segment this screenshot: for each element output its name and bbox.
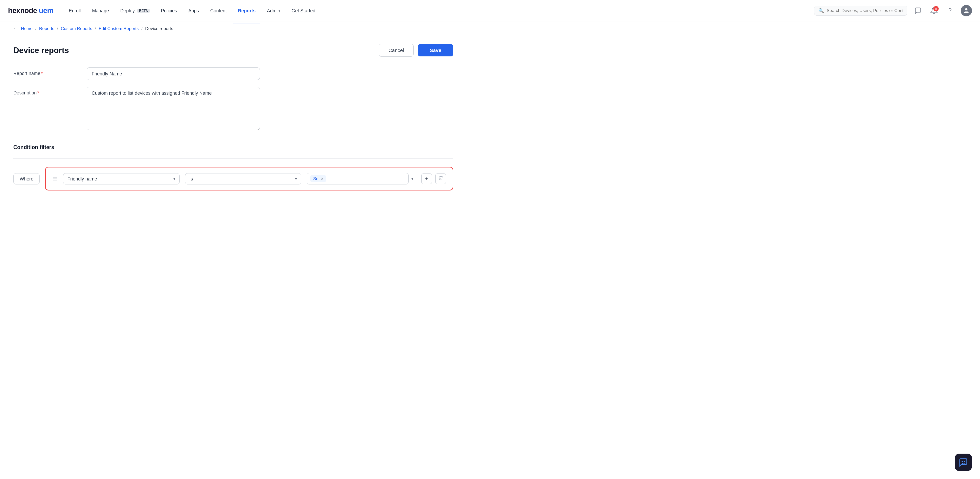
svg-point-5 [54,179,55,180]
description-field: Custom report to list devices with assig… [87,87,260,131]
svg-point-2 [56,177,57,178]
filter-tags[interactable]: Set × [307,173,409,184]
field-dropdown-text: Friendly name [67,176,97,182]
set-tag: Set × [310,175,326,182]
field-dropdown[interactable]: Friendly name ▾ [63,173,180,184]
divider [13,158,453,159]
page-container: Device reports Cancel Save Report name* … [0,36,467,212]
svg-point-0 [965,8,968,10]
form-section: Report name* Description* Custom report … [13,67,453,131]
breadcrumb: ← Home / Reports / Custom Reports / Edit… [0,21,980,36]
condition-filters-title: Condition filters [13,144,453,150]
nav-content[interactable]: Content [206,5,231,16]
breadcrumb-current: Device reports [145,26,173,31]
delete-filter-button[interactable] [435,174,446,184]
help-icon[interactable]: ? [945,5,955,16]
breadcrumb-reports[interactable]: Reports [39,26,54,31]
trash-icon [438,176,443,182]
search-box[interactable]: 🔍 [814,6,907,16]
add-filter-button[interactable]: + [422,174,432,184]
filter-box: Friendly name ▾ Is ▾ Set × ▾ [45,167,453,190]
condition-filters-section: Condition filters Where Friendly name ▾ [13,144,453,190]
notification-badge: 8 [933,6,939,11]
logo[interactable]: hexnode uem [8,6,53,15]
filter-row: Where Friendly name ▾ Is [13,167,453,190]
set-tag-remove[interactable]: × [321,177,323,181]
breadcrumb-home[interactable]: Home [21,26,33,31]
operator-chevron-icon: ▾ [295,176,297,181]
drag-handle-icon[interactable] [52,176,58,182]
field-chevron-icon: ▾ [173,176,175,181]
report-name-row: Report name* [13,67,453,80]
nav-get-started[interactable]: Get Started [287,5,320,16]
nav-manage[interactable]: Manage [88,5,114,16]
page-header: Device reports Cancel Save [13,44,453,57]
report-name-label: Report name* [13,67,87,76]
navbar: hexnode uem Enroll Manage Deploy BETA Po… [0,0,980,21]
svg-point-4 [56,178,57,179]
where-badge: Where [13,173,40,184]
description-label: Description* [13,87,87,96]
report-name-input[interactable] [87,67,260,80]
description-textarea[interactable]: Custom report to list devices with assig… [87,87,260,130]
nav-policies[interactable]: Policies [156,5,182,16]
deploy-beta-badge: BETA [137,9,150,13]
avatar[interactable] [961,5,972,16]
save-button[interactable]: Save [418,44,453,56]
nav-right: 🔍 8 ? [814,5,972,16]
nav-reports[interactable]: Reports [233,5,260,16]
svg-point-1 [54,177,55,178]
value-area: Set × ▾ [307,173,415,184]
breadcrumb-edit-custom-reports[interactable]: Edit Custom Reports [99,26,138,31]
operator-dropdown-text: Is [189,176,193,182]
value-chevron-icon[interactable]: ▾ [410,174,415,184]
header-actions: Cancel Save [379,44,453,57]
back-button[interactable]: ← [13,26,18,31]
breadcrumb-custom-reports[interactable]: Custom Reports [60,26,92,31]
logo-text: hexnode uem [8,6,53,15]
report-name-field [87,67,260,80]
nav-enroll[interactable]: Enroll [64,5,85,16]
search-input[interactable] [827,8,903,13]
plus-icon: + [425,176,428,182]
filter-actions: + [422,174,446,184]
cancel-button[interactable]: Cancel [379,44,414,57]
description-row: Description* Custom report to list devic… [13,87,453,131]
notification-icon[interactable]: 8 [929,5,939,16]
nav-links: Enroll Manage Deploy BETA Policies Apps … [64,5,809,16]
svg-point-3 [54,178,55,179]
svg-point-6 [56,179,57,180]
page-title: Device reports [13,46,69,55]
chat-icon[interactable] [913,5,923,16]
nav-deploy[interactable]: Deploy BETA [116,5,154,16]
search-icon: 🔍 [818,8,824,13]
nav-apps[interactable]: Apps [184,5,204,16]
nav-admin[interactable]: Admin [262,5,285,16]
operator-dropdown[interactable]: Is ▾ [185,173,302,184]
